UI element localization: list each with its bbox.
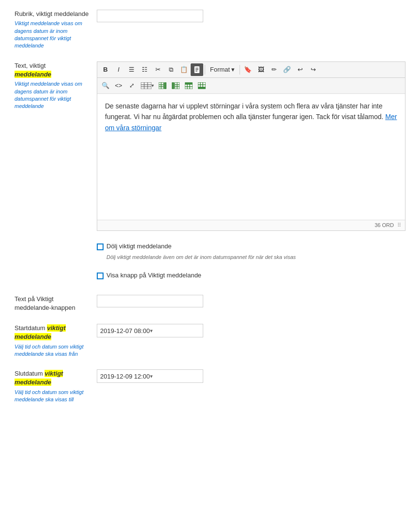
rubrik-label-col: Rubrik, viktigt meddelande Viktigt medde… [15,10,97,50]
text-label-plain: Text, viktigt [15,62,45,69]
text-desc: Viktigt meddelande visas om dagens datum… [15,80,89,110]
fullscreen-button[interactable]: ⤢ [125,79,138,92]
start-date-desc: Välj tid och datum som viktigt meddeland… [15,343,89,358]
show-button-checkbox-container: Visa knapp på Viktigt meddelande [97,272,405,279]
button-text-label-col: Text på Viktigt meddelande-knappen [15,295,97,312]
start-date-value: 2019-12-07 08:00 [100,327,150,334]
end-date-desc: Välj tid och datum som viktigt meddeland… [15,389,89,404]
end-date-label-plain: Slutdatum [15,370,45,377]
show-button-field-col: Visa knapp på Viktigt meddelande [97,272,405,283]
rubrik-field [97,10,405,22]
rubrik-desc: Viktigt meddelande visas om dagens datum… [15,20,89,50]
editor-content[interactable]: De senaste dagarna har vi upplevt störni… [97,94,405,220]
end-date-chevron: ▾ [150,373,200,380]
table-insert-button[interactable]: ▾ [138,79,156,92]
toolbar-row1: B I ☰ ☷ ✂ ⧉ 📋 Format ▾ 🔖 🖼 ✏ 🔗 [97,62,405,78]
hide-checkbox-label[interactable]: Dölj viktigt meddelande [106,243,171,250]
resize-icon: ⠿ [397,222,401,228]
show-button-checkbox-label[interactable]: Visa knapp på Viktigt meddelande [106,272,201,279]
undo-button[interactable]: ↩ [294,63,306,76]
redo-button[interactable]: ↪ [307,63,319,76]
svg-rect-23 [185,82,193,84]
link-button[interactable]: 🔗 [281,63,293,76]
end-date-label: Slutdatum viktigt meddelande [15,369,89,387]
end-date-select[interactable]: 2019-12-09 12:00 ▾ [97,369,203,383]
format-label: Format [210,66,230,73]
start-date-label: Startdatum viktigt meddelande [15,324,89,341]
editor-text: De senaste dagarna har vi upplevt störni… [105,102,385,121]
text-label-col: Text, viktigt meddelande Viktigt meddela… [15,61,97,110]
button-text-label: Text på Viktigt meddelande-knappen [15,295,89,312]
svg-rect-4 [141,82,151,89]
table-row-below-button[interactable] [195,79,208,92]
svg-rect-13 [164,82,166,89]
end-date-value: 2019-12-09 12:00 [100,373,150,380]
paste-text-button[interactable] [191,63,203,76]
rubrik-row: Rubrik, viktigt meddelande Viktigt medde… [15,10,405,50]
toolbar-sep2 [240,65,240,75]
format-dropdown[interactable]: Format ▾ [207,63,238,76]
hide-checkbox[interactable] [97,243,104,250]
unordered-list-button[interactable]: ☰ [125,63,138,76]
hide-checkbox-desc: Dölj viktigt meddelande även om det är i… [106,254,405,260]
svg-rect-3 [195,71,197,72]
text-row: Text, viktigt meddelande Viktigt meddela… [15,61,405,231]
hide-checkbox-container: Dölj viktigt meddelande [97,243,405,250]
table-col-left-button[interactable] [156,79,169,92]
text-editor-field: B I ☰ ☷ ✂ ⧉ 📋 Format ▾ 🔖 🖼 ✏ 🔗 [97,61,405,231]
edit-button[interactable]: ✏ [268,63,280,76]
button-text-input[interactable] [97,295,203,307]
toolbar-sep1 [205,65,205,75]
svg-rect-28 [198,87,206,89]
table-col-right-button[interactable] [169,79,182,92]
editor-footer: 36 ORD ⠿ [97,220,405,230]
hide-field-col: Dölj viktigt meddelande Dölj viktigt med… [97,243,405,260]
text-label-highlight: meddelande [15,71,51,78]
paste-button[interactable]: 📋 [178,63,190,76]
ordered-list-button[interactable]: ☷ [138,63,151,76]
start-date-field: 2019-12-07 08:00 ▾ [97,324,405,337]
end-date-row: Slutdatum viktigt meddelande Välj tid oc… [15,369,405,403]
start-date-select[interactable]: 2019-12-07 08:00 ▾ [97,324,203,337]
svg-rect-1 [195,68,198,69]
word-count: 36 ORD [375,222,394,228]
text-label: Text, viktigt meddelande [15,61,89,79]
button-text-field [97,295,405,307]
toolbar-row2: 🔍 <> ⤢ ▾ [97,78,405,94]
bookmark-button[interactable]: 🔖 [241,63,254,76]
rubrik-input[interactable] [97,10,203,22]
button-text-row: Text på Viktigt meddelande-knappen [15,295,405,312]
bold-button[interactable]: B [99,63,112,76]
code-button[interactable]: <> [112,79,125,92]
format-arrow: ▾ [231,66,235,73]
editor-wrapper: B I ☰ ☷ ✂ ⧉ 📋 Format ▾ 🔖 🖼 ✏ 🔗 [97,61,405,231]
start-date-label-plain: Startdatum [15,324,47,332]
italic-button[interactable]: I [112,63,125,76]
rubrik-label: Rubrik, viktigt meddelande [15,10,89,18]
svg-rect-2 [195,69,198,70]
image-button[interactable]: 🖼 [255,63,267,76]
start-date-chevron: ▾ [150,328,200,334]
table-row-above-button[interactable] [182,79,195,92]
svg-rect-18 [172,82,174,89]
cut-button[interactable]: ✂ [151,63,164,76]
end-date-label-col: Slutdatum viktigt meddelande Välj tid oc… [15,369,97,403]
find-button[interactable]: 🔍 [99,79,112,92]
hide-checkbox-row: Dölj viktigt meddelande Dölj viktigt med… [15,243,405,260]
start-date-label-col: Startdatum viktigt meddelande Välj tid o… [15,324,97,358]
end-date-field: 2019-12-09 12:00 ▾ [97,369,405,383]
copy-button[interactable]: ⧉ [165,63,177,76]
start-date-row: Startdatum viktigt meddelande Välj tid o… [15,324,405,358]
show-button-checkbox[interactable] [97,273,104,279]
show-button-row: Visa knapp på Viktigt meddelande [15,272,405,283]
